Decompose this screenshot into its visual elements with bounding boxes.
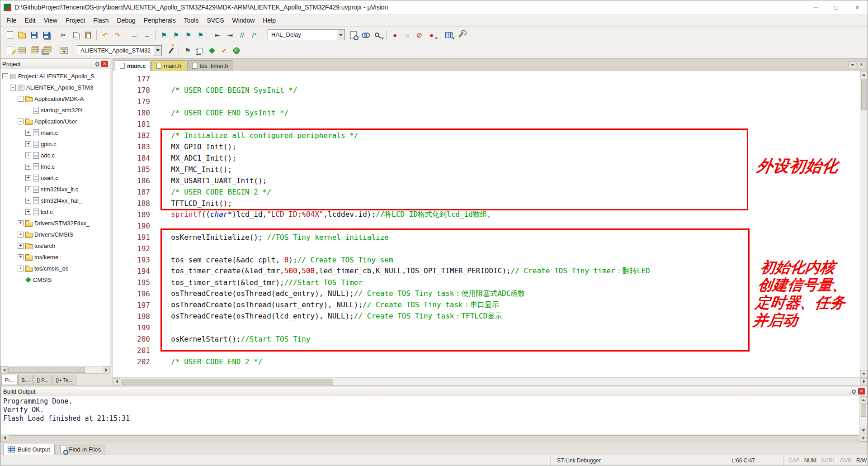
rebuild-icon[interactable] (28, 45, 40, 57)
tree-item-fmc-c[interactable]: +fmc.c (0, 161, 110, 172)
close-button[interactable]: × (847, 0, 868, 14)
editor-horizontal-scrollbar[interactable] (113, 377, 868, 385)
scroll-right-icon[interactable] (860, 378, 868, 385)
bookmark-clear-icon[interactable]: ⚑ (194, 29, 207, 41)
menu-view[interactable]: View (40, 15, 61, 26)
chevron-down-icon[interactable] (154, 46, 161, 56)
file-extensions-icon[interactable] (193, 45, 206, 57)
tab-find-in-files[interactable]: Find In Files (56, 444, 106, 455)
tree-item-lcd-c[interactable]: +lcd.c (0, 206, 110, 218)
tree-item-alientek-apollo-stm3[interactable]: -ALIENTEK_Apollo_STM3 (0, 82, 110, 93)
menu-flash[interactable]: Flash (89, 15, 113, 26)
chevron-down-icon[interactable] (337, 30, 344, 40)
code-line-181[interactable]: 181 (113, 119, 860, 130)
translate-icon[interactable] (4, 45, 16, 57)
tab-main-c[interactable]: main.c (115, 60, 151, 71)
scrollbar-thumb[interactable] (8, 367, 85, 373)
run-time-environment-icon[interactable] (206, 45, 218, 57)
expand-icon[interactable]: + (25, 186, 31, 192)
code-line-177[interactable]: 177 (113, 73, 860, 85)
close-tab-icon[interactable]: ✕ (858, 61, 865, 68)
menu-peripherals[interactable]: Peripherals (140, 15, 180, 26)
search-menu-icon[interactable] (372, 29, 384, 41)
scroll-down-icon[interactable] (860, 427, 867, 434)
pin-icon[interactable] (851, 389, 857, 395)
code-line-190[interactable]: 190 (113, 220, 860, 232)
code-line-179[interactable]: 179 (113, 96, 860, 107)
collapse-icon[interactable]: - (18, 119, 24, 124)
code-line-200[interactable]: 200 osKernelStart();//Start TOS Tiny (113, 333, 860, 345)
breakpoint-menu-icon[interactable]: ● (425, 29, 438, 41)
tree-item-application-mdk-a[interactable]: -Application/MDK-A (0, 93, 110, 105)
code-line-199[interactable]: 199 (113, 322, 860, 333)
expand-icon[interactable]: + (25, 198, 31, 204)
menu-window[interactable]: Window (228, 15, 259, 26)
tree-item-tos-arch[interactable]: +tos/arch (0, 240, 110, 252)
open-file-icon[interactable] (16, 29, 28, 41)
code-line-193[interactable]: 193 tos_sem_create(&adc_cplt, 0);// Crea… (113, 254, 860, 266)
tab-build-output[interactable]: Build Output (3, 444, 55, 455)
tree-item-usart-c[interactable]: +usart.c (0, 172, 110, 184)
scroll-left-icon[interactable] (1, 435, 8, 442)
expand-icon[interactable]: + (18, 243, 24, 249)
find-text-combo[interactable]: HAL_Delay (268, 29, 345, 40)
scroll-left-icon[interactable] (0, 366, 8, 373)
menu-svcs[interactable]: SVCS (203, 15, 228, 26)
code-line-189[interactable]: 189 sprintf((char*)lcd_id,"LCD ID:%04X",… (113, 209, 860, 220)
expand-icon[interactable]: + (18, 266, 24, 271)
tree-item-startup-stm32f4[interactable]: startup_stm32f4 (0, 105, 110, 116)
editor-vertical-scrollbar[interactable] (860, 71, 868, 377)
menu-debug[interactable]: Debug (113, 15, 140, 26)
code-line-182[interactable]: 182 /* Initialize all configured periphe… (113, 130, 860, 141)
scroll-up-icon[interactable] (860, 396, 867, 404)
panel-tab-f[interactable]: {} F... (33, 375, 52, 385)
menu-project[interactable]: Project (61, 15, 90, 26)
code-line-187[interactable]: 187 /* USER CODE BEGIN 2 */ (113, 186, 860, 198)
code-line-201[interactable]: 201 (113, 345, 860, 356)
code-line-178[interactable]: 178 /* USER CODE BEGIN SysInit */ (113, 85, 860, 96)
tree-item-stm32f4xx-it-c[interactable]: +stm32f4xx_it.c (0, 184, 110, 195)
bookmark-toggle-icon[interactable]: ⚑ (158, 29, 170, 41)
navigate-forward-icon[interactable]: → (141, 29, 153, 41)
scroll-down-icon[interactable] (860, 370, 868, 377)
new-file-icon[interactable] (4, 29, 16, 41)
code-line-196[interactable]: 196 osThreadCreate(osThread(adc_entry), … (113, 288, 860, 300)
tree-item-drivers-cmsis[interactable]: +Drivers/CMSIS (0, 229, 110, 240)
collapse-icon[interactable]: - (18, 96, 24, 102)
paste-icon[interactable] (82, 29, 94, 41)
code-line-186[interactable]: 186 MX_USART1_UART_Init(); (113, 175, 860, 186)
disable-breakpoint-icon[interactable]: ○ (401, 29, 413, 41)
expand-icon[interactable]: + (25, 164, 31, 170)
menu-file[interactable]: File (2, 15, 21, 26)
expand-icon[interactable]: + (18, 220, 24, 226)
scroll-up-icon[interactable] (860, 71, 868, 78)
configure-icon[interactable] (455, 29, 467, 41)
tree-item-gpio-c[interactable]: +gpio.c (0, 138, 110, 150)
pack-installer-icon[interactable] (230, 45, 242, 57)
code-editor[interactable]: 177178 /* USER CODE BEGIN SysInit */1791… (113, 71, 860, 377)
scrollbar-thumb[interactable] (861, 404, 866, 417)
code-line-185[interactable]: 185 MX_FMC_Init(); (113, 164, 860, 175)
options-for-target-icon[interactable] (164, 45, 176, 57)
project-tree[interactable]: -Project: ALIENTEK_Apollo_S-ALIENTEK_Apo… (0, 69, 110, 366)
scroll-left-icon[interactable] (113, 378, 120, 385)
debug-windows-icon[interactable] (443, 29, 455, 41)
minimize-button[interactable]: ─ (805, 0, 826, 14)
panel-tab-b[interactable]: B... (18, 375, 33, 385)
find-in-files-icon[interactable] (347, 29, 359, 41)
code-line-202[interactable]: 202 /* USER CODE END 2 */ (113, 356, 860, 367)
code-line-191[interactable]: 191 osKernelInitialize(); //TOS Tiny ker… (113, 232, 860, 243)
copy-icon[interactable] (70, 29, 82, 41)
code-line-184[interactable]: 184 MX_ADC1_Init(); (113, 152, 860, 164)
tree-item-cmsis[interactable]: CMSIS (0, 274, 110, 285)
collapse-icon[interactable]: - (10, 85, 16, 90)
expand-icon[interactable]: + (25, 130, 31, 136)
project-horizontal-scrollbar[interactable] (0, 366, 110, 373)
scroll-right-icon[interactable] (860, 435, 867, 442)
tab-tos-timer-h[interactable]: tos_timer.h (187, 60, 233, 71)
load-icon[interactable] (57, 45, 70, 57)
bookmark-next-icon[interactable]: ⚑ (182, 29, 194, 41)
maximize-button[interactable]: □ (826, 0, 847, 14)
panel-tab-te[interactable]: {}+ Te... (52, 375, 76, 385)
code-line-194[interactable]: 194 tos_timer_create(&led_tmr,500,500,le… (113, 266, 860, 277)
